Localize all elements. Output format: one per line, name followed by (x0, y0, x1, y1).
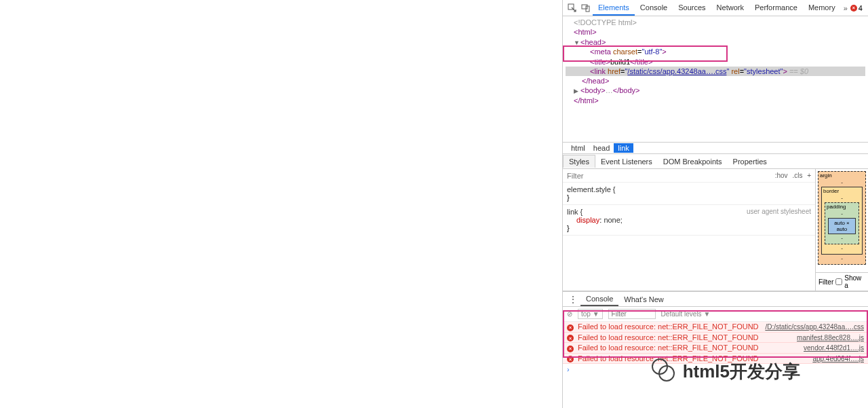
meta-node[interactable]: <meta charset="utf-8"> (566, 47, 865, 56)
watermark-text: html5开发分享 (683, 360, 800, 384)
error-icon: × (850, 5, 857, 12)
crumb-html[interactable]: html (567, 143, 589, 153)
subtab-properties[interactable]: Properties (728, 155, 772, 168)
styles-pane: :hov .cls + element.style { } user agent… (563, 169, 815, 291)
cls-toggle[interactable]: .cls (792, 172, 802, 179)
settings-menu-icon[interactable]: ⋮ (865, 3, 868, 14)
tab-network[interactable]: Network (711, 1, 749, 16)
subtab-event-listeners[interactable]: Event Listeners (595, 155, 658, 168)
tab-memory[interactable]: Memory (803, 1, 841, 16)
error-source-link[interactable]: manifest.88ec828….js (797, 334, 864, 341)
doctype-node[interactable]: <!DOCTYPE html> (574, 18, 637, 26)
link-node-selected[interactable]: <link href="/static/css/app.43248aa….css… (566, 67, 865, 76)
console-error-row[interactable]: × Failed to load resource: net::ERR_FILE… (563, 322, 868, 333)
body-node[interactable]: ▶<body>…</body> (566, 86, 865, 96)
dom-tree[interactable]: <!DOCTYPE html> <html> ▼<head> <meta cha… (563, 16, 868, 142)
wechat-icon (652, 358, 677, 384)
log-levels-select[interactable]: Default levels ▼ (661, 310, 711, 318)
device-icon[interactable] (581, 3, 591, 14)
drawer-tab-console[interactable]: Console (580, 293, 618, 306)
clear-console-icon[interactable]: ⊘ (567, 310, 572, 318)
watermark: html5开发分享 (652, 358, 800, 384)
console-error-row[interactable]: × Failed to load resource: net::ERR_FILE… (563, 333, 868, 344)
drawer-tab-whatsnew[interactable]: What's New (618, 293, 669, 305)
devtools-tab-strip: Elements Console Sources Network Perform… (593, 1, 841, 16)
crumb-link[interactable]: link (614, 143, 633, 153)
tab-performance[interactable]: Performance (749, 1, 803, 16)
html-open-node[interactable]: <html> (566, 27, 865, 37)
stylesheet-source: user agent stylesheet (747, 208, 811, 215)
subtab-dom-breakpoints[interactable]: DOM Breakpoints (658, 155, 728, 168)
element-style-block[interactable]: element.style { } (563, 183, 815, 205)
error-source-link[interactable]: app.4ed064f….js (812, 355, 864, 363)
dom-breadcrumb: html head link (563, 142, 868, 154)
title-node[interactable]: <title>build1</title> (566, 57, 865, 67)
sidebar-subtabs: Styles Event Listeners DOM Breakpoints P… (563, 154, 868, 169)
error-source-link[interactable]: /D:/static/css/app.43248aa….css (765, 323, 864, 331)
html-close-node[interactable]: </html> (566, 96, 865, 105)
box-model-content: auto × auto (828, 218, 856, 234)
head-open-node[interactable]: ▼<head> (566, 37, 865, 48)
subtab-styles[interactable]: Styles (563, 155, 595, 168)
error-icon: × (567, 324, 574, 331)
head-close-node[interactable]: </head> (566, 76, 865, 86)
box-model-pane: argin- border- padding- auto × auto - - … (815, 169, 868, 291)
console-filter-input[interactable] (608, 309, 656, 319)
error-icon: × (567, 335, 574, 341)
hov-toggle[interactable]: :hov (775, 172, 788, 179)
new-style-button[interactable]: + (807, 172, 811, 179)
computed-filter-label: Filter (818, 278, 833, 286)
svg-rect-1 (582, 5, 587, 9)
tab-elements[interactable]: Elements (593, 1, 635, 16)
drawer-menu-icon[interactable]: ⋮ (566, 294, 580, 305)
context-select[interactable]: top ▼ (578, 309, 603, 319)
page-viewport (0, 0, 563, 408)
inspect-icon[interactable] (568, 3, 577, 14)
styles-row: :hov .cls + element.style { } user agent… (563, 169, 868, 291)
console-drawer: ⋮ Console What's New ⊘ top ▼ Default lev… (563, 291, 868, 408)
styles-filter-input[interactable] (567, 172, 772, 180)
devtools-panel: Elements Console Sources Network Perform… (563, 0, 868, 408)
error-icon: × (567, 346, 574, 352)
crumb-head[interactable]: head (589, 143, 614, 153)
box-model-diagram[interactable]: argin- border- padding- auto × auto - - … (816, 169, 868, 272)
error-count: 4 (859, 4, 863, 12)
tab-console[interactable]: Console (635, 1, 673, 16)
console-error-row[interactable]: × Failed to load resource: net::ERR_FILE… (563, 343, 868, 354)
tab-sources[interactable]: Sources (673, 1, 711, 16)
devtools-toolbar: Elements Console Sources Network Perform… (563, 0, 868, 16)
error-icon: × (567, 356, 574, 363)
error-source-link[interactable]: vendor.448f2d1….js (804, 344, 864, 352)
show-all-label: Show a (844, 274, 865, 289)
more-tabs-icon[interactable]: » (841, 4, 850, 12)
link-style-block[interactable]: user agent stylesheet link { display: no… (563, 205, 815, 236)
show-all-checkbox[interactable] (835, 278, 842, 285)
error-badge[interactable]: × 4 (850, 4, 863, 12)
